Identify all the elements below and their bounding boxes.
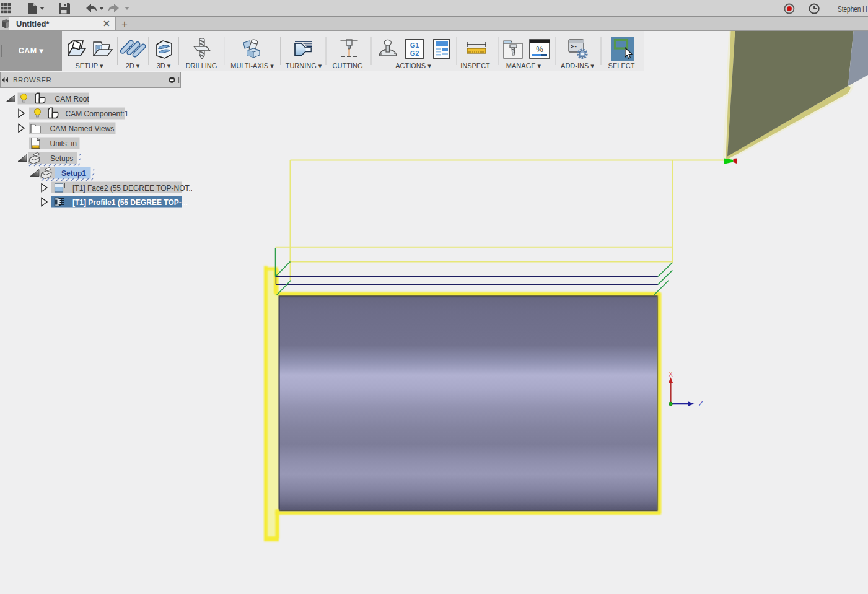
svg-text:>-: >-: [571, 44, 577, 50]
svg-text:G1: G1: [410, 41, 419, 49]
svg-text:X: X: [669, 370, 673, 378]
svg-text:G2: G2: [410, 50, 419, 57]
svg-text:[T1] Profile1 (55 DEGREE TOP-.: [T1] Profile1 (55 DEGREE TOP-...: [72, 198, 188, 207]
svg-text:CAM Named Views: CAM Named Views: [50, 124, 115, 133]
svg-text:%: %: [536, 45, 543, 54]
svg-text:Z: Z: [699, 400, 703, 408]
svg-text:[T1] Face2 (55 DEGREE TOP-NOT.: [T1] Face2 (55 DEGREE TOP-NOT...: [72, 184, 192, 193]
svg-text:Setup1: Setup1: [61, 169, 86, 178]
svg-text:Setups: Setups: [50, 154, 73, 163]
svg-text:Units: in: Units: in: [50, 139, 77, 148]
svg-text:CAM Component:1: CAM Component:1: [66, 110, 129, 118]
svg-text:CAM Root: CAM Root: [55, 95, 90, 103]
svg-text:Stephen H: Stephen H: [838, 5, 867, 14]
